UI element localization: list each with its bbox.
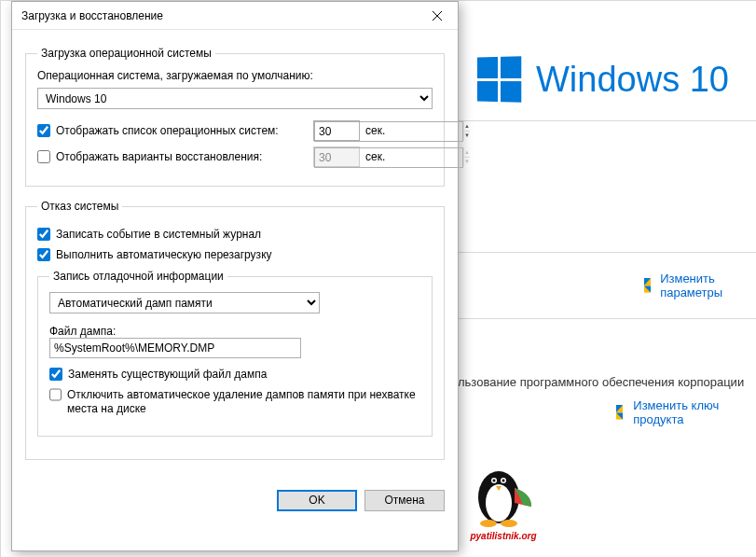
startup-recovery-dialog: Загрузка и восстановление Загрузка опера… xyxy=(11,1,459,551)
dialog-button-row: OK Отмена xyxy=(12,482,458,524)
watermark-text: pyatilistnik.org xyxy=(461,531,545,541)
shield-icon xyxy=(616,405,627,420)
overwrite-dump-label: Заменять существующий файл дампа xyxy=(68,368,267,383)
disable-auto-delete-label: Отключить автоматическое удаление дампов… xyxy=(67,388,420,417)
log-event-label: Записать событие в системный журнал xyxy=(56,228,261,243)
show-os-list-checkbox[interactable] xyxy=(37,124,50,137)
ok-button[interactable]: OK xyxy=(277,490,357,511)
show-recovery-label: Отображать варианты восстановления: xyxy=(56,150,308,163)
debug-info-legend: Запись отладочной информации xyxy=(49,270,227,283)
link-text: Изменить ключ продукта xyxy=(633,398,756,426)
windows-brand-row: Windows 10 xyxy=(448,57,756,102)
change-product-key-link[interactable]: Изменить ключ продукта xyxy=(616,398,756,426)
separator xyxy=(448,120,756,121)
activation-text: льзование программного обеспечения корпо… xyxy=(458,375,756,389)
separator xyxy=(448,252,756,253)
chevron-down-icon[interactable]: ▼ xyxy=(464,132,470,141)
default-os-label: Операционная система, загружаемая по умо… xyxy=(37,69,433,82)
seconds-unit: сек. xyxy=(365,150,385,163)
recovery-seconds-input xyxy=(314,147,463,168)
show-os-list-label: Отображать список операционных систем: xyxy=(56,124,308,137)
titlebar: Загрузка и восстановление xyxy=(12,2,458,30)
debug-info-group: Запись отладочной информации Автоматичес… xyxy=(37,270,433,437)
chevron-down-icon: ▼ xyxy=(464,158,470,167)
dump-file-label: Файл дампа: xyxy=(49,325,420,338)
system-failure-group: Отказ системы Записать событие в системн… xyxy=(25,200,445,460)
show-recovery-checkbox[interactable] xyxy=(37,150,50,163)
auto-restart-checkbox[interactable] xyxy=(37,248,50,261)
seconds-unit: сек. xyxy=(365,124,385,137)
os-list-seconds-input[interactable] xyxy=(314,121,463,142)
system-boot-group: Загрузка операционной системы Операционн… xyxy=(25,47,445,187)
os-list-seconds-spinner[interactable]: ▲ ▼ xyxy=(313,120,360,141)
system-boot-legend: Загрузка операционной системы xyxy=(37,47,215,60)
windows-logo-icon xyxy=(477,56,521,102)
disable-auto-delete-checkbox[interactable] xyxy=(49,388,62,401)
dialog-body: Загрузка операционной системы Операционн… xyxy=(12,30,458,482)
svg-point-5 xyxy=(502,480,505,482)
change-settings-link[interactable]: Изменить параметры xyxy=(644,272,756,299)
auto-restart-label: Выполнить автоматическую перезагрузку xyxy=(56,248,272,263)
chevron-up-icon[interactable]: ▲ xyxy=(464,121,470,132)
chevron-up-icon: ▲ xyxy=(464,147,470,158)
overwrite-dump-checkbox[interactable] xyxy=(49,368,62,381)
shield-icon xyxy=(644,278,654,293)
link-text: Изменить параметры xyxy=(660,272,756,299)
windows-brand-text: Windows 10 xyxy=(536,60,729,100)
watermark-logo: pyatilistnik.org xyxy=(461,462,545,546)
recovery-seconds-spinner: ▲ ▼ xyxy=(313,146,360,167)
log-event-checkbox[interactable] xyxy=(37,228,50,241)
close-icon xyxy=(433,11,442,21)
svg-point-8 xyxy=(501,520,517,527)
svg-point-7 xyxy=(480,520,497,527)
default-os-select[interactable]: Windows 10 xyxy=(37,88,433,109)
svg-point-4 xyxy=(493,480,496,482)
close-button[interactable] xyxy=(417,2,458,30)
separator xyxy=(448,318,756,319)
cancel-button[interactable]: Отмена xyxy=(364,490,445,511)
dialog-title: Загрузка и восстановление xyxy=(21,9,417,22)
dump-file-input[interactable] xyxy=(49,338,301,358)
dump-type-select[interactable]: Автоматический дамп памяти xyxy=(49,292,320,313)
system-failure-legend: Отказ системы xyxy=(37,200,122,213)
